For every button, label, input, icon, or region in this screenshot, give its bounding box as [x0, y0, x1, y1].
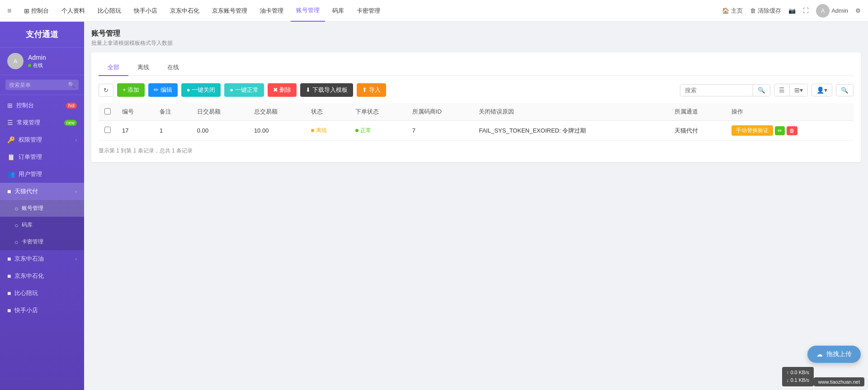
refresh-button[interactable]: ↻: [99, 84, 113, 97]
delete-icon: 🗑: [789, 128, 795, 134]
toolbar-right: 🔍 ☰ ⊞▾ 👤▾ 🔍: [680, 84, 854, 96]
page-title: 账号管理: [91, 29, 861, 38]
main-content: 账号管理 批量上拿请根据模板格式导入数据 全部 离线 在线 ↻: [84, 22, 868, 390]
row-merchant-id-cell: 7: [407, 121, 474, 141]
page-header: 账号管理 批量上拿请根据模板格式导入数据: [91, 29, 861, 47]
nav-item-oil-card[interactable]: 油卡管理: [255, 0, 289, 22]
pagination-info: 显示第 1 到第 1 条记录，总共 1 条记录: [99, 147, 854, 155]
upload-speed: ↑ 0.0 KB/s: [787, 369, 809, 377]
sidebar-item-user-mgmt[interactable]: 👥 用户管理: [0, 166, 84, 183]
search-action-icon: 🔍: [841, 87, 849, 94]
nav-item-kuaishou[interactable]: 快手小店: [128, 0, 163, 22]
sidebar-item-general-mgmt[interactable]: ☰ 常规管理 new: [0, 114, 84, 131]
sidebar-item-bixin[interactable]: ■ 比心陪玩: [0, 285, 84, 302]
settings-link[interactable]: ⚙: [855, 7, 861, 14]
import-button[interactable]: ⬆ 导入: [357, 83, 386, 97]
home-icon: 🏠: [722, 7, 729, 14]
screenshot-icon-wrap[interactable]: 📷: [788, 7, 796, 14]
sidebar-menu: ⊞ 控制台 hot ☰ 常规管理 new 🔑 权限管理 ‹ 📋 订单管理 👥 用…: [0, 95, 84, 390]
jd-petrochina-arrow-icon: ‹: [75, 257, 77, 262]
sidebar-item-code-lib[interactable]: ○ 码库: [0, 217, 84, 233]
menu-toggle-icon[interactable]: ≡: [7, 7, 11, 15]
top-nav-right: 🏠 主页 🗑 清除缓存 📷 ⛶ A Admin ⚙: [722, 4, 861, 18]
search-action-button[interactable]: 🔍: [836, 84, 854, 96]
nav-item-code-lib[interactable]: 码库: [327, 0, 349, 22]
edit-button[interactable]: ✏ 编辑: [148, 83, 178, 97]
admin-user[interactable]: A Admin: [816, 4, 848, 18]
screenshot-icon: 📷: [788, 7, 796, 14]
sidebar-item-console[interactable]: ⊞ 控制台 hot: [0, 97, 84, 114]
grid-view-button[interactable]: ⊞▾: [790, 84, 807, 96]
list-view-button[interactable]: ☰: [774, 84, 790, 96]
cloud-upload-icon: ☁: [816, 351, 823, 358]
sidebar-search-icon[interactable]: 🔍: [68, 81, 75, 88]
col-id: 编号: [117, 103, 154, 121]
main-card: 全部 离线 在线 ↻ + 添加 ✏ 编辑: [91, 52, 861, 162]
sidebar-item-account-mgmt[interactable]: ○ 账号管理: [0, 200, 84, 217]
col-merchant-id: 所属码商ID: [407, 103, 474, 121]
sidebar-user-status: 在线: [28, 62, 46, 69]
tab-all[interactable]: 全部: [99, 60, 128, 76]
clear-cache-icon: 🗑: [750, 7, 756, 14]
tab-offline[interactable]: 离线: [128, 60, 158, 76]
toolbar: ↻ + 添加 ✏ 编辑 ● 一键关闭 ● 一键正常 ✖ 删除 ⬇: [99, 83, 854, 97]
edit-row-button[interactable]: ✏: [775, 126, 785, 135]
row-action-buttons: 手动替换验证 ✏ 🗑: [731, 125, 848, 136]
home-link[interactable]: 🏠 主页: [722, 7, 743, 15]
sidebar-item-order-mgmt[interactable]: 📋 订单管理: [0, 148, 84, 166]
bixin-icon: ■: [7, 290, 11, 297]
search-wrap: 🔍: [680, 84, 770, 96]
kuaishou-icon: ■: [7, 307, 11, 314]
close-all-button[interactable]: ● 一键关闭: [181, 83, 221, 97]
search-input[interactable]: [680, 85, 753, 96]
nav-item-console[interactable]: ⊞ 控制台: [19, 0, 54, 22]
sidebar-item-jd-petrochina[interactable]: ■ 京东中石油 ‹: [0, 250, 84, 267]
fullscreen-button[interactable]: ⛶: [803, 7, 809, 14]
delete-row-button[interactable]: 🗑: [787, 126, 797, 135]
sidebar-item-kuaishou[interactable]: ■ 快手小店: [0, 302, 84, 319]
search-button[interactable]: 🔍: [753, 85, 770, 96]
status-offline-badge: 离线: [311, 127, 327, 134]
row-action-cell: 手动替换验证 ✏ 🗑: [726, 121, 854, 141]
jd-sinopec-icon: ■: [7, 272, 11, 280]
arrow-icon: ‹: [75, 138, 77, 143]
sidebar-item-permission-mgmt[interactable]: 🔑 权限管理 ‹: [0, 131, 84, 148]
hot-badge: hot: [66, 103, 77, 109]
verify-button[interactable]: 手动替换验证: [731, 125, 773, 136]
download-template-button[interactable]: ⬇ 下载导入模板: [300, 83, 353, 97]
sidebar-item-jd-sinopec[interactable]: ■ 京东中石化: [0, 267, 84, 285]
col-status: 状态: [306, 103, 350, 121]
row-id-cell: 17: [117, 121, 154, 141]
tab-online[interactable]: 在线: [158, 60, 188, 76]
float-upload-button[interactable]: ☁ 拖拽上传: [807, 346, 861, 363]
sidebar-item-tmall[interactable]: ■ 天猫代付 ‹: [0, 183, 84, 200]
row-error-reason-cell: FAIL_SYS_TOKEN_EXOIRED: 令牌过期: [473, 121, 669, 141]
filter-button[interactable]: 👤▾: [811, 84, 832, 96]
watermark: www.tiaozhuan.net: [814, 377, 864, 386]
table-body: 17 1 0.00 10.00: [99, 121, 854, 141]
row-order-status-cell: 正常: [350, 121, 407, 141]
select-all-checkbox[interactable]: [104, 108, 111, 114]
nav-item-account-mgmt[interactable]: 账号管理: [291, 0, 325, 22]
settings-icon: ⚙: [855, 7, 861, 14]
code-lib-dot-icon: ○: [14, 222, 18, 229]
clear-cache-link[interactable]: 🗑 清除缓存: [750, 7, 781, 15]
tmall-icon: ■: [7, 188, 11, 195]
col-channel: 所属通道: [669, 103, 726, 121]
sidebar-item-card-mgmt[interactable]: ○ 卡密管理: [0, 233, 84, 250]
row-checkbox[interactable]: [104, 127, 111, 133]
console-icon: ⊞: [24, 7, 29, 14]
correct-all-button[interactable]: ● 一键正常: [224, 83, 264, 97]
add-button[interactable]: + 添加: [117, 83, 145, 97]
nav-item-jd-account[interactable]: 京东账号管理: [207, 0, 253, 22]
nav-item-card-mgmt[interactable]: 卡密管理: [351, 0, 386, 22]
nav-item-profile[interactable]: 个人资料: [56, 0, 90, 22]
sidebar-search-wrap: 🔍: [5, 80, 79, 90]
row-daily-amount-cell: 0.00: [192, 121, 249, 141]
search-icon: 🔍: [758, 87, 765, 94]
nav-item-jd-sinopec[interactable]: 京东中石化: [165, 0, 205, 22]
nav-item-bixin[interactable]: 比心陪玩: [92, 0, 127, 22]
admin-avatar: A: [816, 4, 830, 18]
sidebar-search-input[interactable]: [9, 82, 68, 88]
delete-button[interactable]: ✖ 删除: [268, 83, 297, 97]
